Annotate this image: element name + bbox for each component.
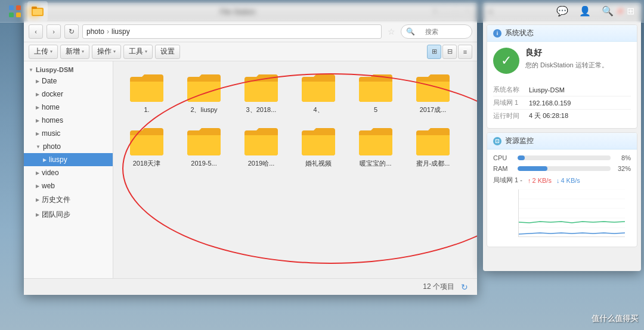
system-status-section: i 系统状态 ✓ 良好 您的 DiskStation 运转正常。 系统名称 L (487, 24, 637, 129)
view-options-button[interactable]: ⊟ (442, 45, 457, 59)
file-name-3: 3、2018... (246, 105, 277, 114)
photo-arrow: ▼ (36, 144, 41, 150)
file-name-8: 2019-5... (191, 159, 216, 167)
taskbar: 💬 👤 🔍 ⊞ (0, 0, 644, 23)
cpu-bar-bg (518, 155, 611, 160)
taskbar-left (5, 1, 553, 21)
ram-bar-fill (518, 166, 547, 171)
net-download: ↓ 4 KB/s (556, 177, 580, 184)
sidebar-item-photo[interactable]: ▼ photo (24, 140, 113, 153)
file-item-1[interactable]: 1. (120, 69, 173, 117)
settings-button[interactable]: 设置 (155, 45, 180, 59)
resource-monitor-title: 资源监控 (505, 136, 534, 146)
chat-icon[interactable]: 💬 (553, 2, 571, 20)
liuspy-arrow: ▶ (43, 157, 47, 163)
web-arrow: ▶ (36, 183, 39, 189)
file-name-5: 5 (374, 105, 377, 114)
sidebar-item-home[interactable]: ▶ home (24, 101, 113, 114)
ram-row: RAM 32% (493, 165, 631, 172)
file-item-12[interactable]: 蜜月-成都... (407, 122, 459, 171)
svg-rect-1 (16, 5, 21, 10)
ram-percent: 32% (614, 165, 631, 172)
file-item-8[interactable]: 2019-5... (178, 122, 230, 171)
file-item-3[interactable]: 3、2018... (235, 69, 287, 117)
status-bar: 12 个项目 ↻ (24, 278, 477, 295)
file-item-7[interactable]: 2018天津 (120, 122, 173, 171)
cpu-percent: 8% (614, 154, 631, 161)
sidebar-item-video[interactable]: ▶ video (24, 166, 113, 179)
search-icon[interactable]: 🔍 (599, 2, 617, 20)
search-input[interactable] (416, 28, 467, 35)
cpu-row: CPU 8% (493, 154, 631, 161)
favorite-button[interactable]: ☆ (385, 26, 397, 38)
file-item-9[interactable]: 2019哈... (235, 122, 287, 171)
sidebar-item-docker[interactable]: ▶ docker (24, 88, 113, 101)
folder-icon-3 (243, 72, 279, 103)
nav-refresh-button[interactable]: ↻ (64, 24, 79, 39)
tools-dropdown-arrow: ▾ (145, 49, 147, 54)
new-button[interactable]: 新增 ▾ (60, 45, 89, 59)
system-status-title: 系统状态 (505, 28, 534, 38)
sidebar-item-history-label: 历史文件 (42, 195, 70, 205)
back-button[interactable]: ‹ (29, 24, 43, 39)
forward-button[interactable]: › (47, 24, 61, 39)
homes-arrow: ▶ (36, 118, 39, 123)
svg-rect-2 (9, 13, 14, 17)
video-arrow: ▶ (36, 170, 39, 176)
sidebar-item-photo-label: photo (43, 142, 61, 151)
sys-lan-label: 局域网 1 (493, 98, 529, 107)
address-separator: › (107, 27, 109, 36)
sidebar-item-web[interactable]: ▶ web (24, 179, 113, 192)
nav-toolbar: ‹ › ↻ photo › liuspy ☆ 🔍 (24, 21, 477, 42)
resource-monitor-header: ⊡ 资源监控 (487, 133, 637, 150)
sidebar-item-history[interactable]: ▶ 历史文件 (24, 192, 113, 207)
svg-rect-5 (32, 7, 37, 9)
upload-button[interactable]: 上传 ▾ (29, 45, 58, 59)
folder-icon-10 (301, 126, 336, 157)
search-box[interactable]: 🔍 (401, 24, 472, 39)
file-item-4[interactable]: 4、 (292, 69, 345, 117)
file-item-11[interactable]: 暖宝宝的... (349, 122, 402, 171)
sidebar-item-liuspy[interactable]: ▶ liuspy (24, 153, 113, 166)
taskbar-right: 💬 👤 🔍 ⊞ (553, 2, 639, 20)
view-buttons: ⊞ ⊟ ≡ (427, 45, 472, 59)
sys-info-row-1: 局域网 1 192.168.0.159 (493, 96, 631, 110)
tools-button[interactable]: 工具 ▾ (123, 45, 153, 59)
file-item-6[interactable]: 2017成... (407, 69, 459, 117)
sidebar-item-date-label: Date (42, 77, 57, 85)
upload-dropdown-arrow: ▾ (50, 49, 52, 54)
monitor-icon[interactable]: ⊞ (621, 2, 639, 20)
file-item-5[interactable]: 5 (349, 69, 402, 117)
sidebar-item-homes[interactable]: ▶ homes (24, 114, 113, 127)
sidebar-item-team-sync[interactable]: ▶ 团队同步 (24, 207, 113, 222)
app-manager-icon[interactable] (5, 1, 25, 21)
cpu-bar-fill (518, 155, 525, 160)
action-button[interactable]: 操作 ▾ (92, 45, 121, 59)
net-label: 局域网 1 - (493, 176, 523, 185)
status-refresh-button[interactable]: ↻ (459, 282, 470, 292)
watermark: 值什么值得买 (592, 313, 638, 324)
sort-button[interactable]: ≡ (458, 45, 472, 59)
grid-view-button[interactable]: ⊞ (427, 45, 441, 59)
status-content: ✓ 良好 您的 DiskStation 运转正常。 (487, 42, 637, 80)
date-arrow: ▶ (36, 79, 39, 84)
sys-panel: + — 📌 □ i 系统状态 ✓ 良好 您的 DiskStation 运转正常。 (483, 3, 641, 271)
file-item-2[interactable]: 2、liuspy (178, 69, 230, 117)
folder-icon-2 (186, 72, 222, 103)
status-section-icon: i (493, 29, 501, 38)
sidebar-item-music[interactable]: ▶ music (24, 127, 113, 140)
search-icon-inner: 🔍 (406, 27, 415, 36)
up-arrow-icon: ↑ (528, 177, 531, 184)
sys-name-value: Liuspy-DSM (529, 86, 631, 94)
music-arrow: ▶ (36, 131, 39, 136)
history-arrow: ▶ (36, 197, 39, 203)
user-icon[interactable]: 👤 (576, 2, 594, 20)
file-station-taskbar-icon[interactable] (27, 1, 48, 21)
file-item-10[interactable]: 婚礼视频 (292, 122, 345, 171)
sidebar-item-date[interactable]: ▶ Date (24, 74, 113, 88)
sidebar-root[interactable]: ▼ Liuspy-DSM (24, 64, 113, 74)
network-row: 局域网 1 - ↑ 2 KB/s ↓ 4 KB/s (493, 176, 631, 185)
action-toolbar: 上传 ▾ 新增 ▾ 操作 ▾ 工具 ▾ 设置 ⊞ ⊟ ≡ (24, 42, 477, 61)
svg-rect-3 (16, 13, 21, 17)
resource-content: CPU 8% RAM 32% 局域网 1 - (487, 150, 637, 247)
